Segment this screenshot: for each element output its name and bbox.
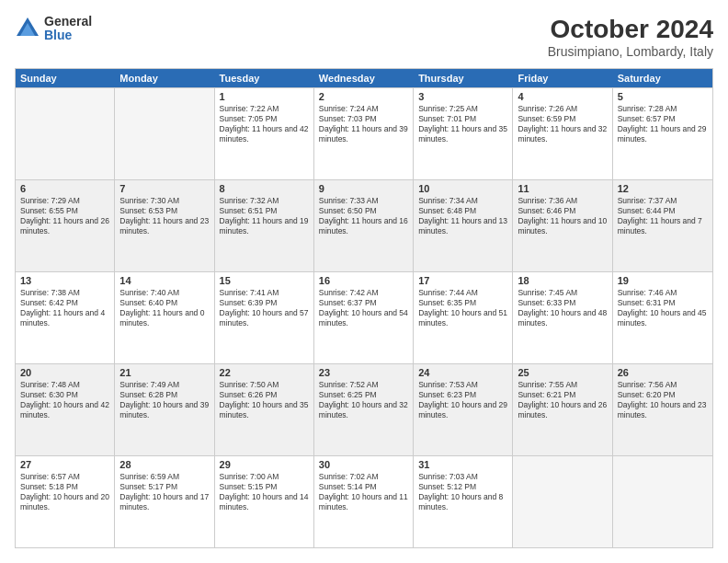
- calendar-cell: 26Sunrise: 7:56 AMSunset: 6:20 PMDayligh…: [613, 364, 712, 455]
- sunrise-time: Sunrise: 7:52 AM: [319, 380, 408, 390]
- day-number: 6: [20, 183, 109, 194]
- sunset-time: Sunset: 6:20 PM: [618, 390, 708, 400]
- day-number: 23: [319, 367, 408, 378]
- day-number: 25: [518, 367, 607, 378]
- daylight-hours: Daylight: 10 hours and 23 minutes.: [618, 400, 708, 420]
- calendar-cell: 12Sunrise: 7:37 AMSunset: 6:44 PMDayligh…: [613, 180, 712, 271]
- calendar-cell: 9Sunrise: 7:33 AMSunset: 6:50 PMDaylight…: [314, 180, 414, 271]
- day-number: 1: [220, 91, 309, 102]
- calendar: SundayMondayTuesdayWednesdayThursdayFrid…: [15, 68, 713, 548]
- calendar-cell: 11Sunrise: 7:36 AMSunset: 6:46 PMDayligh…: [513, 180, 612, 271]
- calendar-row: 27Sunrise: 6:57 AMSunset: 5:18 PMDayligh…: [16, 455, 712, 547]
- sunrise-time: Sunrise: 7:29 AM: [20, 196, 109, 206]
- day-number: 4: [518, 91, 607, 102]
- calendar-cell: 29Sunrise: 7:00 AMSunset: 5:15 PMDayligh…: [215, 456, 314, 547]
- daylight-hours: Daylight: 10 hours and 39 minutes.: [119, 400, 209, 420]
- day-number: 29: [220, 459, 309, 470]
- calendar-cell: 1Sunrise: 7:22 AMSunset: 7:05 PMDaylight…: [215, 88, 314, 179]
- sunset-time: Sunset: 6:28 PM: [119, 390, 209, 400]
- day-number: 31: [418, 459, 507, 470]
- sunrise-time: Sunrise: 7:32 AM: [220, 196, 309, 206]
- daylight-hours: Daylight: 11 hours and 13 minutes.: [418, 216, 507, 236]
- day-number: 9: [319, 183, 408, 194]
- sunset-time: Sunset: 6:53 PM: [119, 206, 209, 216]
- calendar-cell: 15Sunrise: 7:41 AMSunset: 6:39 PMDayligh…: [215, 272, 314, 363]
- logo-general: General: [44, 15, 92, 29]
- day-number: 20: [20, 367, 109, 378]
- sunrise-time: Sunrise: 7:03 AM: [418, 472, 507, 482]
- daylight-hours: Daylight: 11 hours and 7 minutes.: [618, 216, 708, 236]
- calendar-cell: 7Sunrise: 7:30 AMSunset: 6:53 PMDaylight…: [115, 180, 214, 271]
- sunrise-time: Sunrise: 7:25 AM: [418, 104, 507, 114]
- sunrise-time: Sunrise: 7:44 AM: [418, 288, 507, 298]
- daylight-hours: Daylight: 11 hours and 32 minutes.: [518, 124, 607, 144]
- day-number: 17: [418, 275, 507, 286]
- calendar-row: 6Sunrise: 7:29 AMSunset: 6:55 PMDaylight…: [16, 179, 712, 271]
- sunset-time: Sunset: 6:25 PM: [319, 390, 408, 400]
- calendar-cell: 4Sunrise: 7:26 AMSunset: 6:59 PMDaylight…: [513, 88, 612, 179]
- sunrise-time: Sunrise: 6:59 AM: [119, 472, 209, 482]
- daylight-hours: Daylight: 10 hours and 48 minutes.: [518, 308, 607, 328]
- sunset-time: Sunset: 6:48 PM: [418, 206, 507, 216]
- day-number: 15: [220, 275, 309, 286]
- daylight-hours: Daylight: 10 hours and 51 minutes.: [418, 308, 507, 328]
- day-number: 19: [618, 275, 708, 286]
- sunset-time: Sunset: 6:55 PM: [20, 206, 109, 216]
- calendar-header-cell: Wednesday: [314, 69, 414, 87]
- page-subtitle: Brusimpiano, Lombardy, Italy: [548, 44, 713, 59]
- sunrise-time: Sunrise: 7:02 AM: [319, 472, 408, 482]
- day-number: 28: [119, 459, 209, 470]
- sunset-time: Sunset: 7:05 PM: [220, 114, 309, 124]
- calendar-cell: 16Sunrise: 7:42 AMSunset: 6:37 PMDayligh…: [314, 272, 414, 363]
- calendar-cell: 8Sunrise: 7:32 AMSunset: 6:51 PMDaylight…: [215, 180, 314, 271]
- sunrise-time: Sunrise: 7:34 AM: [418, 196, 507, 206]
- sunset-time: Sunset: 6:46 PM: [518, 206, 607, 216]
- sunset-time: Sunset: 6:44 PM: [618, 206, 708, 216]
- logo-blue: Blue: [44, 29, 92, 42]
- calendar-cell: 20Sunrise: 7:48 AMSunset: 6:30 PMDayligh…: [16, 364, 115, 455]
- sunset-time: Sunset: 5:12 PM: [418, 482, 507, 492]
- calendar-cell: 18Sunrise: 7:45 AMSunset: 6:33 PMDayligh…: [513, 272, 612, 363]
- calendar-cell: 6Sunrise: 7:29 AMSunset: 6:55 PMDaylight…: [16, 180, 115, 271]
- day-number: 24: [418, 367, 507, 378]
- calendar-cell: [613, 456, 712, 547]
- calendar-header-cell: Tuesday: [215, 69, 314, 87]
- day-number: 13: [20, 275, 109, 286]
- daylight-hours: Daylight: 10 hours and 14 minutes.: [220, 492, 309, 512]
- day-number: 10: [418, 183, 507, 194]
- day-number: 18: [518, 275, 607, 286]
- calendar-cell: 2Sunrise: 7:24 AMSunset: 7:03 PMDaylight…: [314, 88, 414, 179]
- sunrise-time: Sunrise: 7:37 AM: [618, 196, 708, 206]
- sunset-time: Sunset: 6:26 PM: [220, 390, 309, 400]
- sunset-time: Sunset: 7:01 PM: [418, 114, 507, 124]
- day-number: 8: [220, 183, 309, 194]
- daylight-hours: Daylight: 11 hours and 4 minutes.: [20, 308, 109, 328]
- day-number: 27: [20, 459, 109, 470]
- calendar-header-cell: Friday: [513, 69, 612, 87]
- calendar-cell: 28Sunrise: 6:59 AMSunset: 5:17 PMDayligh…: [115, 456, 214, 547]
- daylight-hours: Daylight: 10 hours and 26 minutes.: [518, 400, 607, 420]
- day-number: 5: [618, 91, 708, 102]
- calendar-header-cell: Saturday: [613, 69, 712, 87]
- page-title: October 2024: [548, 15, 713, 44]
- calendar-cell: 5Sunrise: 7:28 AMSunset: 6:57 PMDaylight…: [613, 88, 712, 179]
- daylight-hours: Daylight: 10 hours and 32 minutes.: [319, 400, 408, 420]
- sunrise-time: Sunrise: 7:40 AM: [119, 288, 209, 298]
- sunrise-time: Sunrise: 7:56 AM: [618, 380, 708, 390]
- sunset-time: Sunset: 6:35 PM: [418, 298, 507, 308]
- daylight-hours: Daylight: 11 hours and 26 minutes.: [20, 216, 109, 236]
- day-number: 11: [518, 183, 607, 194]
- sunset-time: Sunset: 6:39 PM: [220, 298, 309, 308]
- calendar-cell: 25Sunrise: 7:55 AMSunset: 6:21 PMDayligh…: [513, 364, 612, 455]
- sunrise-time: Sunrise: 7:46 AM: [618, 288, 708, 298]
- sunset-time: Sunset: 6:59 PM: [518, 114, 607, 124]
- calendar-cell: 17Sunrise: 7:44 AMSunset: 6:35 PMDayligh…: [414, 272, 513, 363]
- sunrise-time: Sunrise: 7:48 AM: [20, 380, 109, 390]
- sunrise-time: Sunrise: 7:49 AM: [119, 380, 209, 390]
- calendar-cell: [16, 88, 115, 179]
- sunset-time: Sunset: 6:31 PM: [618, 298, 708, 308]
- sunrise-time: Sunrise: 7:36 AM: [518, 196, 607, 206]
- title-block: October 2024 Brusimpiano, Lombardy, Ital…: [548, 15, 713, 59]
- calendar-cell: 14Sunrise: 7:40 AMSunset: 6:40 PMDayligh…: [115, 272, 214, 363]
- sunset-time: Sunset: 5:15 PM: [220, 482, 309, 492]
